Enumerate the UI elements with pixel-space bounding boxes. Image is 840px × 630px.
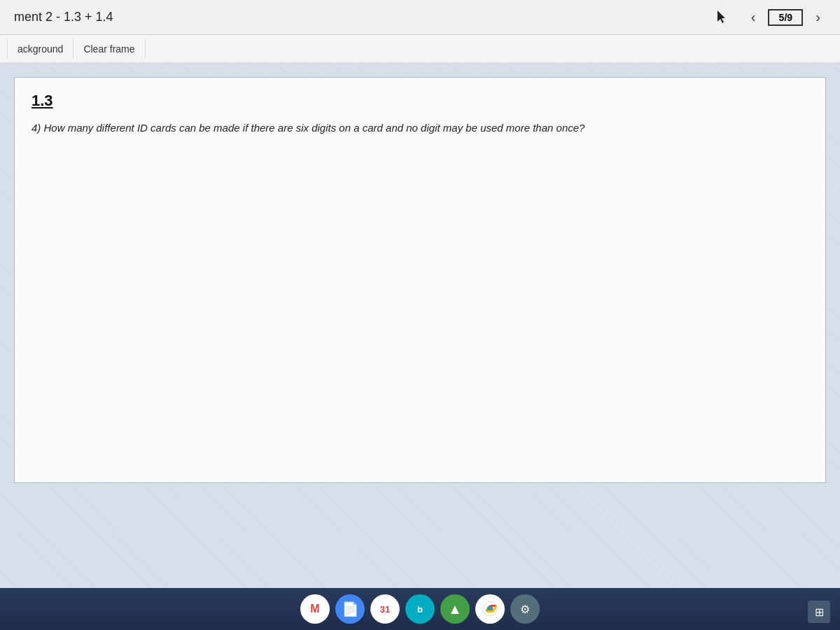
calendar-icon[interactable]: 31 — [370, 594, 400, 624]
taskbar-right-area: ⊞ — [808, 601, 830, 623]
presentation-title: ment 2 - 1.3 + 1.4 — [14, 10, 704, 24]
settings-icon[interactable]: ⚙ — [510, 594, 540, 624]
page-indicator: 5/9 — [768, 9, 803, 26]
chrome-icon[interactable] — [475, 594, 505, 624]
taskbar: M 📄 31 b ▲ ⚙ ⊞ — [0, 588, 840, 630]
background-button[interactable]: ackground — [7, 39, 74, 59]
drive-icon[interactable]: ▲ — [440, 594, 470, 624]
section-title: 1.3 — [31, 92, 808, 110]
question-text: 4) How many different ID cards can be ma… — [31, 120, 808, 136]
secondary-toolbar: ackground Clear frame — [0, 35, 840, 63]
next-button[interactable]: › — [810, 8, 826, 27]
gmail-icon[interactable]: M — [300, 594, 330, 624]
title-text: ment 2 - 1.3 + 1.4 — [14, 10, 113, 24]
clear-frame-button[interactable]: Clear frame — [74, 39, 145, 59]
question-card: 1.3 4) How many different ID cards can b… — [14, 77, 826, 483]
cursor-icon — [718, 10, 729, 24]
files-icon[interactable]: 📄 — [335, 594, 365, 624]
meet-icon[interactable]: b — [405, 594, 435, 624]
top-bar: ment 2 - 1.3 + 1.4 ‹ 5/9 › — [0, 0, 840, 35]
prev-button[interactable]: ‹ — [746, 8, 762, 27]
system-tray-icon[interactable]: ⊞ — [808, 601, 830, 623]
cursor-indicator — [718, 10, 732, 24]
nav-area: ‹ 5/9 › — [746, 8, 826, 27]
chrome-svg-icon — [482, 601, 498, 617]
main-content: 1.3 4) How many different ID cards can b… — [0, 63, 840, 588]
svg-marker-0 — [718, 10, 725, 23]
